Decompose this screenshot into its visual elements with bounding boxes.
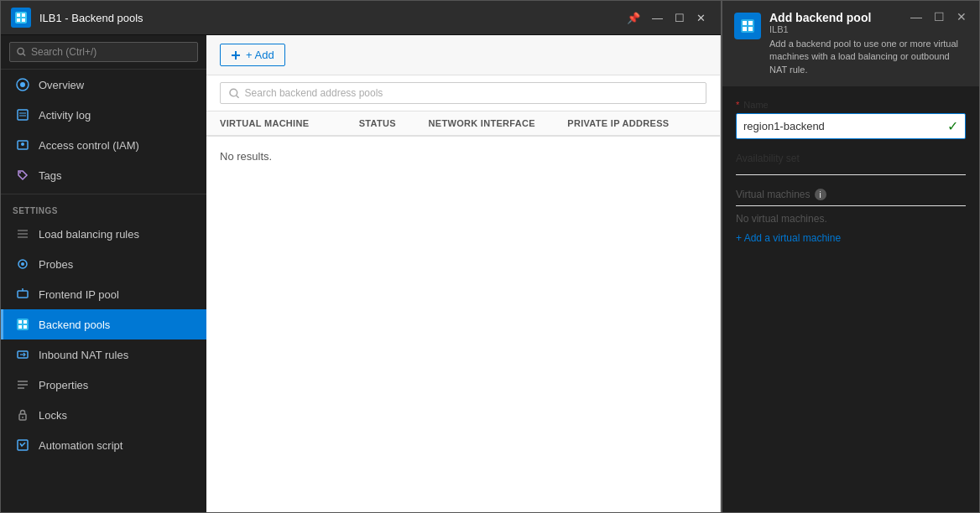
sidebar-item-overview-label: Overview: [39, 79, 84, 91]
info-icon: i: [815, 189, 826, 200]
svg-point-37: [230, 89, 237, 96]
locks-icon: [15, 407, 30, 422]
sidebar-item-iam-label: Access control (IAM): [39, 139, 139, 152]
sidebar-item-activity-log[interactable]: Activity log: [1, 100, 206, 130]
nat-rules-icon: [15, 347, 30, 362]
svg-rect-24: [23, 320, 27, 324]
svg-rect-9: [18, 110, 28, 120]
sidebar-item-locks[interactable]: Locks: [1, 400, 206, 430]
sidebar-item-activity-log-label: Activity log: [39, 109, 91, 122]
backend-pools-icon: [15, 317, 30, 332]
col-vm: VIRTUAL MACHINE: [220, 118, 359, 128]
sidebar-item-overview[interactable]: Overview: [1, 70, 206, 100]
search-icon: [17, 47, 26, 57]
right-header-icon: [734, 13, 761, 39]
sidebar-item-probes-label: Probes: [39, 258, 73, 271]
name-input[interactable]: [743, 120, 947, 132]
svg-rect-26: [23, 325, 27, 329]
sidebar-item-lb-rules-label: Load balancing rules: [39, 228, 139, 241]
activity-log-icon: [15, 107, 30, 122]
table-header: VIRTUAL MACHINE STATUS NETWORK INTERFACE…: [206, 111, 720, 137]
sidebar-item-tags[interactable]: Tags: [1, 160, 206, 190]
automation-icon: [15, 438, 30, 453]
svg-rect-25: [18, 325, 22, 329]
sidebar-item-lb-rules[interactable]: Load balancing rules: [1, 219, 206, 249]
svg-rect-20: [18, 291, 28, 298]
sidebar-item-iam[interactable]: Access control (IAM): [1, 130, 206, 160]
svg-rect-42: [743, 27, 747, 31]
right-minimize-btn[interactable]: —: [906, 9, 926, 24]
svg-point-33: [22, 417, 23, 418]
divider-2: [736, 205, 966, 206]
main-search-box[interactable]: [220, 82, 706, 104]
iam-icon: [15, 137, 30, 153]
frontend-icon: [15, 287, 30, 302]
right-maximize-btn[interactable]: ☐: [930, 9, 949, 24]
window-controls: 📌 — ☐ ✕: [622, 11, 711, 25]
svg-rect-41: [748, 21, 753, 25]
main-toolbar: + Add: [206, 35, 720, 75]
close-btn[interactable]: ✕: [691, 11, 711, 25]
right-close-btn[interactable]: ✕: [952, 9, 971, 24]
availability-set-label: Availability set: [736, 153, 966, 164]
window-title: ILB1 - Backend pools: [39, 12, 613, 24]
required-star: *: [736, 100, 739, 110]
main-search-container: [206, 75, 720, 111]
svg-rect-2: [22, 13, 25, 17]
vm-section: Virtual machines i No virtual machines. …: [736, 189, 966, 244]
vm-section-label: Virtual machines i: [736, 189, 966, 200]
svg-line-38: [237, 95, 239, 97]
sidebar-item-properties[interactable]: Properties: [1, 370, 206, 400]
sidebar-item-frontend[interactable]: Frontend IP pool: [1, 279, 206, 309]
sidebar-item-tags-label: Tags: [39, 169, 61, 182]
main-content: + Add VIRTUAL MACHINE STATUS NET: [206, 35, 721, 512]
sidebar-item-backend-pools-label: Backend pools: [39, 319, 110, 331]
main-search-input[interactable]: [245, 87, 697, 99]
svg-point-14: [19, 172, 21, 174]
add-button-label: + Add: [246, 49, 274, 61]
sidebar-item-automation-label: Automation script: [39, 439, 122, 452]
sidebar-search-input[interactable]: [31, 46, 190, 58]
svg-point-8: [20, 82, 25, 87]
maximize-btn[interactable]: ☐: [670, 11, 690, 25]
sidebar-item-backend-pools[interactable]: Backend pools: [1, 309, 206, 339]
search-icon: [229, 88, 240, 99]
right-panel-controls: — ☐ ✕: [906, 9, 971, 24]
table-body: No results.: [206, 137, 720, 512]
minimize-btn[interactable]: —: [647, 11, 668, 25]
divider-1: [736, 174, 966, 175]
sidebar-item-properties-label: Properties: [39, 379, 88, 391]
svg-rect-1: [17, 13, 20, 17]
svg-point-13: [21, 142, 24, 146]
main-titlebar: ILB1 - Backend pools 📌 — ☐ ✕: [1, 1, 721, 35]
sidebar-item-frontend-label: Frontend IP pool: [39, 288, 119, 301]
sidebar-search-box[interactable]: [9, 42, 198, 62]
sidebar-item-automation[interactable]: Automation script: [1, 430, 206, 460]
add-button[interactable]: + Add: [220, 44, 285, 66]
svg-rect-43: [748, 27, 753, 31]
settings-section-label: SETTINGS: [1, 198, 206, 219]
tags-icon: [15, 168, 30, 183]
col-status: STATUS: [359, 118, 429, 128]
sidebar-item-probes[interactable]: Probes: [1, 249, 206, 279]
svg-line-6: [23, 54, 25, 56]
sidebar-item-locks-label: Locks: [39, 409, 67, 422]
svg-rect-40: [743, 21, 747, 25]
right-panel-header: Add backend pool ILB1 Add a backend pool…: [722, 1, 979, 86]
add-vm-link[interactable]: + Add a virtual machine: [736, 232, 841, 244]
properties-icon: [15, 377, 30, 392]
sidebar-item-nat-rules[interactable]: Inbound NAT rules: [1, 339, 206, 370]
svg-rect-23: [18, 320, 22, 324]
name-field-label: * Name: [736, 100, 966, 110]
pin-btn[interactable]: 📌: [622, 11, 645, 25]
probes-icon: [15, 256, 30, 272]
lb-rules-icon: [15, 226, 30, 241]
validation-check-icon: ✓: [947, 118, 958, 134]
name-field-container[interactable]: ✓: [736, 113, 966, 139]
titlebar-icon: [11, 8, 31, 28]
right-panel-description: Add a backend pool to use one or more vi…: [769, 38, 967, 76]
col-ip: PRIVATE IP ADDRESS: [567, 118, 706, 128]
svg-point-5: [18, 48, 23, 54]
right-panel-subtitle: ILB1: [769, 24, 967, 34]
right-panel-body: * Name ✓ Availability set Virtual machin…: [722, 86, 979, 512]
